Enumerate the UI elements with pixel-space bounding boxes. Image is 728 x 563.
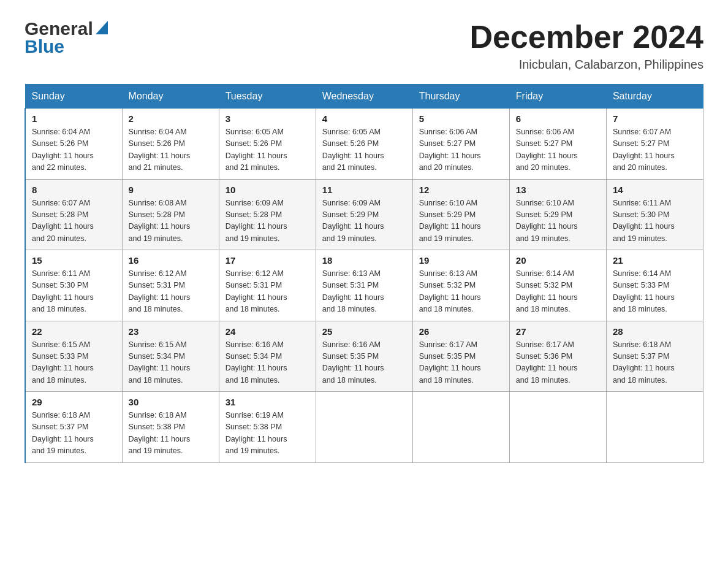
day-number: 31 xyxy=(226,397,309,407)
day-number: 10 xyxy=(226,185,309,195)
table-row: 12Sunrise: 6:10 AMSunset: 5:29 PMDayligh… xyxy=(412,179,509,250)
table-row: 25Sunrise: 6:16 AMSunset: 5:35 PMDayligh… xyxy=(316,321,412,392)
day-detail: Sunrise: 6:15 AMSunset: 5:33 PMDaylight:… xyxy=(32,339,116,387)
day-number: 2 xyxy=(129,113,213,124)
day-number: 27 xyxy=(516,326,600,337)
table-row: 26Sunrise: 6:17 AMSunset: 5:35 PMDayligh… xyxy=(412,321,509,392)
day-number: 18 xyxy=(322,255,406,266)
table-row xyxy=(509,392,606,463)
table-row: 22Sunrise: 6:15 AMSunset: 5:33 PMDayligh… xyxy=(25,321,122,392)
calendar-week-row: 22Sunrise: 6:15 AMSunset: 5:33 PMDayligh… xyxy=(25,321,703,392)
day-detail: Sunrise: 6:12 AMSunset: 5:31 PMDaylight:… xyxy=(129,268,213,316)
day-number: 3 xyxy=(226,113,309,124)
day-detail: Sunrise: 6:14 AMSunset: 5:32 PMDaylight:… xyxy=(516,268,600,316)
day-number: 20 xyxy=(516,255,600,266)
table-row: 10Sunrise: 6:09 AMSunset: 5:28 PMDayligh… xyxy=(219,179,316,250)
calendar-week-row: 1Sunrise: 6:04 AMSunset: 5:26 PMDaylight… xyxy=(25,109,703,180)
table-row xyxy=(412,392,509,463)
header-thursday: Thursday xyxy=(412,85,509,109)
header-friday: Friday xyxy=(509,85,606,109)
table-row: 4Sunrise: 6:05 AMSunset: 5:26 PMDaylight… xyxy=(316,109,412,180)
day-number: 12 xyxy=(419,185,503,195)
day-number: 22 xyxy=(32,326,116,337)
table-row: 1Sunrise: 6:04 AMSunset: 5:26 PMDaylight… xyxy=(25,109,122,180)
day-number: 11 xyxy=(322,185,406,195)
table-row: 5Sunrise: 6:06 AMSunset: 5:27 PMDaylight… xyxy=(412,109,509,180)
table-row: 7Sunrise: 6:07 AMSunset: 5:27 PMDaylight… xyxy=(606,109,703,180)
day-detail: Sunrise: 6:10 AMSunset: 5:29 PMDaylight:… xyxy=(419,197,503,245)
day-detail: Sunrise: 6:10 AMSunset: 5:29 PMDaylight:… xyxy=(516,197,600,245)
calendar-header: Sunday Monday Tuesday Wednesday Thursday… xyxy=(25,85,703,109)
logo-arrow-icon xyxy=(96,21,108,37)
day-detail: Sunrise: 6:15 AMSunset: 5:34 PMDaylight:… xyxy=(129,339,213,387)
table-row: 27Sunrise: 6:17 AMSunset: 5:36 PMDayligh… xyxy=(509,321,606,392)
day-detail: Sunrise: 6:11 AMSunset: 5:30 PMDaylight:… xyxy=(613,197,697,245)
day-number: 25 xyxy=(322,326,406,337)
day-number: 28 xyxy=(613,326,697,337)
day-number: 6 xyxy=(516,113,600,124)
day-detail: Sunrise: 6:14 AMSunset: 5:33 PMDaylight:… xyxy=(613,268,697,316)
day-detail: Sunrise: 6:05 AMSunset: 5:26 PMDaylight:… xyxy=(322,126,406,174)
table-row: 16Sunrise: 6:12 AMSunset: 5:31 PMDayligh… xyxy=(122,250,219,321)
day-detail: Sunrise: 6:12 AMSunset: 5:31 PMDaylight:… xyxy=(226,268,309,316)
day-detail: Sunrise: 6:09 AMSunset: 5:29 PMDaylight:… xyxy=(322,197,406,245)
day-detail: Sunrise: 6:04 AMSunset: 5:26 PMDaylight:… xyxy=(32,126,116,174)
table-row: 13Sunrise: 6:10 AMSunset: 5:29 PMDayligh… xyxy=(509,179,606,250)
day-number: 8 xyxy=(32,185,116,195)
table-row: 11Sunrise: 6:09 AMSunset: 5:29 PMDayligh… xyxy=(316,179,412,250)
table-row: 29Sunrise: 6:18 AMSunset: 5:37 PMDayligh… xyxy=(25,392,122,463)
header-saturday: Saturday xyxy=(606,85,703,109)
logo: General Blue xyxy=(25,18,108,56)
table-row: 14Sunrise: 6:11 AMSunset: 5:30 PMDayligh… xyxy=(606,179,703,250)
table-row: 18Sunrise: 6:13 AMSunset: 5:31 PMDayligh… xyxy=(316,250,412,321)
day-detail: Sunrise: 6:11 AMSunset: 5:30 PMDaylight:… xyxy=(32,268,116,316)
day-detail: Sunrise: 6:06 AMSunset: 5:27 PMDaylight:… xyxy=(419,126,503,174)
table-row: 15Sunrise: 6:11 AMSunset: 5:30 PMDayligh… xyxy=(25,250,122,321)
day-number: 19 xyxy=(419,255,503,266)
table-row: 2Sunrise: 6:04 AMSunset: 5:26 PMDaylight… xyxy=(122,109,219,180)
table-row: 23Sunrise: 6:15 AMSunset: 5:34 PMDayligh… xyxy=(122,321,219,392)
day-number: 1 xyxy=(32,113,116,124)
header-sunday: Sunday xyxy=(25,85,122,109)
day-number: 7 xyxy=(613,113,697,124)
day-number: 4 xyxy=(322,113,406,124)
day-number: 17 xyxy=(226,255,309,266)
day-detail: Sunrise: 6:16 AMSunset: 5:34 PMDaylight:… xyxy=(226,339,309,387)
header-monday: Monday xyxy=(122,85,219,109)
month-title: December 2024 xyxy=(469,18,703,55)
day-detail: Sunrise: 6:06 AMSunset: 5:27 PMDaylight:… xyxy=(516,126,600,174)
table-row: 31Sunrise: 6:19 AMSunset: 5:38 PMDayligh… xyxy=(219,392,316,463)
day-number: 24 xyxy=(226,326,309,337)
day-number: 29 xyxy=(32,397,116,407)
table-row: 30Sunrise: 6:18 AMSunset: 5:38 PMDayligh… xyxy=(122,392,219,463)
table-row: 17Sunrise: 6:12 AMSunset: 5:31 PMDayligh… xyxy=(219,250,316,321)
day-detail: Sunrise: 6:18 AMSunset: 5:37 PMDaylight:… xyxy=(613,339,697,387)
day-detail: Sunrise: 6:07 AMSunset: 5:28 PMDaylight:… xyxy=(32,197,116,245)
table-row: 21Sunrise: 6:14 AMSunset: 5:33 PMDayligh… xyxy=(606,250,703,321)
day-number: 21 xyxy=(613,255,697,266)
day-detail: Sunrise: 6:05 AMSunset: 5:26 PMDaylight:… xyxy=(226,126,309,174)
table-row xyxy=(316,392,412,463)
day-detail: Sunrise: 6:17 AMSunset: 5:36 PMDaylight:… xyxy=(516,339,600,387)
day-number: 14 xyxy=(613,185,697,195)
svg-marker-0 xyxy=(96,21,108,34)
header-wednesday: Wednesday xyxy=(316,85,412,109)
day-detail: Sunrise: 6:18 AMSunset: 5:38 PMDaylight:… xyxy=(129,410,213,458)
table-row xyxy=(606,392,703,463)
table-row: 28Sunrise: 6:18 AMSunset: 5:37 PMDayligh… xyxy=(606,321,703,392)
title-section: December 2024 Inicbulan, Calabarzon, Phi… xyxy=(469,18,703,72)
day-number: 9 xyxy=(129,185,213,195)
day-detail: Sunrise: 6:08 AMSunset: 5:28 PMDaylight:… xyxy=(129,197,213,245)
day-detail: Sunrise: 6:16 AMSunset: 5:35 PMDaylight:… xyxy=(322,339,406,387)
day-detail: Sunrise: 6:18 AMSunset: 5:37 PMDaylight:… xyxy=(32,410,116,458)
day-number: 23 xyxy=(129,326,213,337)
calendar-week-row: 8Sunrise: 6:07 AMSunset: 5:28 PMDaylight… xyxy=(25,179,703,250)
day-detail: Sunrise: 6:04 AMSunset: 5:26 PMDaylight:… xyxy=(129,126,213,174)
calendar-table: Sunday Monday Tuesday Wednesday Thursday… xyxy=(25,84,703,463)
table-row: 24Sunrise: 6:16 AMSunset: 5:34 PMDayligh… xyxy=(219,321,316,392)
table-row: 9Sunrise: 6:08 AMSunset: 5:28 PMDaylight… xyxy=(122,179,219,250)
day-number: 26 xyxy=(419,326,503,337)
location-text: Inicbulan, Calabarzon, Philippines xyxy=(469,58,703,72)
table-row: 19Sunrise: 6:13 AMSunset: 5:32 PMDayligh… xyxy=(412,250,509,321)
day-detail: Sunrise: 6:13 AMSunset: 5:32 PMDaylight:… xyxy=(419,268,503,316)
